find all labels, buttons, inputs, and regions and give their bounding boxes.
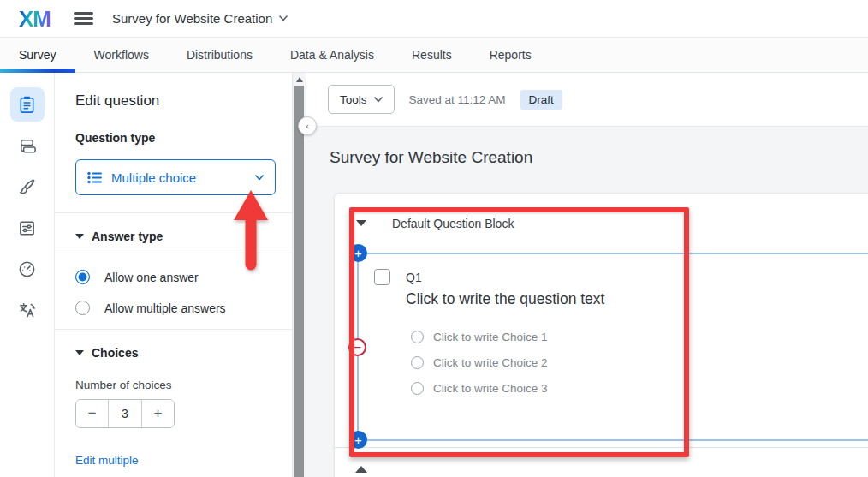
block-top-line bbox=[358, 253, 868, 254]
question-checkbox[interactable] bbox=[374, 269, 390, 285]
draft-status-badge: Draft bbox=[520, 90, 562, 110]
question-type-value: Multiple choice bbox=[111, 170, 196, 185]
question-type-dropdown[interactable]: Multiple choice bbox=[75, 159, 276, 195]
rail-quotas[interactable] bbox=[10, 252, 45, 286]
tab-workflows[interactable]: Workflows bbox=[75, 38, 168, 72]
collapse-triangle-icon bbox=[75, 234, 84, 239]
add-question-below-button[interactable]: + bbox=[349, 431, 367, 449]
rail-translations[interactable] bbox=[10, 293, 45, 327]
tab-distributions[interactable]: Distributions bbox=[168, 38, 271, 72]
main-region: Tools Saved at 11:12 AM Draft Survey for… bbox=[306, 73, 868, 477]
multiple-choice-icon bbox=[87, 171, 102, 184]
tools-dropdown-button[interactable]: Tools bbox=[328, 85, 395, 114]
collapse-triangle-icon bbox=[75, 350, 84, 355]
tab-results[interactable]: Results bbox=[393, 38, 471, 72]
paintbrush-icon bbox=[17, 177, 37, 197]
remove-question-button[interactable]: − bbox=[348, 338, 366, 356]
radio-label: Allow one answer bbox=[104, 271, 199, 284]
body: Edit question Question type Multiple cho… bbox=[0, 73, 868, 477]
translate-icon bbox=[17, 301, 37, 320]
block-end-divider bbox=[335, 447, 868, 448]
question-text[interactable]: Click to write the question text bbox=[406, 290, 604, 308]
hamburger-menu-icon[interactable] bbox=[74, 12, 93, 25]
gauge-icon bbox=[17, 259, 37, 279]
survey-title-text: Survey for Website Creation bbox=[112, 11, 272, 26]
radio-allow-multiple-answers[interactable]: Allow multiple answers bbox=[75, 301, 276, 315]
radio-unselected-icon bbox=[411, 356, 424, 369]
main-nav-tabs: Survey Workflows Distributions Data & An… bbox=[0, 37, 868, 73]
scrollbar-thumb[interactable] bbox=[294, 86, 304, 477]
chevron-down-icon bbox=[255, 175, 264, 181]
clipboard-icon bbox=[17, 95, 37, 115]
edit-question-panel: Edit question Question type Multiple cho… bbox=[55, 73, 292, 477]
settings-sliders-icon bbox=[17, 218, 37, 238]
canvas-toolbar: Tools Saved at 11:12 AM Draft bbox=[306, 73, 868, 127]
choices-count-value[interactable]: 3 bbox=[108, 400, 142, 427]
rail-survey-options[interactable] bbox=[10, 211, 45, 245]
choice-label: Click to write Choice 3 bbox=[433, 382, 548, 395]
number-of-choices-label: Number of choices bbox=[75, 379, 276, 391]
radio-allow-one-answer[interactable]: Allow one answer bbox=[75, 270, 276, 284]
survey-title-menu[interactable]: Survey for Website Creation bbox=[112, 11, 288, 26]
tab-reports[interactable]: Reports bbox=[471, 38, 550, 72]
rail-look-and-feel[interactable] bbox=[10, 170, 45, 204]
choice-label: Click to write Choice 2 bbox=[433, 356, 548, 369]
question-block-card: Default Question Block + − + Q1 Click to… bbox=[334, 193, 868, 477]
answer-type-header[interactable]: Answer type bbox=[75, 230, 276, 243]
rail-survey-builder[interactable] bbox=[10, 87, 45, 122]
block-title[interactable]: Default Question Block bbox=[392, 217, 514, 230]
block-collapse-triangle-icon[interactable] bbox=[356, 220, 366, 226]
increase-choices-button[interactable]: + bbox=[142, 400, 174, 427]
radio-unselected-icon bbox=[411, 382, 424, 395]
choice-label: Click to write Choice 1 bbox=[433, 331, 548, 343]
rail-survey-flow[interactable] bbox=[10, 128, 45, 163]
choice-row-2[interactable]: Click to write Choice 2 bbox=[411, 356, 548, 369]
choice-row-3[interactable]: Click to write Choice 3 bbox=[411, 382, 548, 395]
next-block-collapse-triangle-icon[interactable] bbox=[355, 466, 367, 473]
collapse-panel-button[interactable]: ‹ bbox=[298, 116, 317, 135]
radio-unselected-icon bbox=[75, 301, 90, 315]
top-bar: XM Survey for Website Creation bbox=[0, 0, 868, 37]
answer-type-label: Answer type bbox=[92, 230, 163, 243]
survey-page-title: Survey for Website Creation bbox=[330, 148, 532, 167]
tab-data-analysis[interactable]: Data & Analysis bbox=[271, 38, 393, 72]
survey-canvas: Survey for Website Creation Default Ques… bbox=[306, 127, 868, 477]
edit-multiple-link[interactable]: Edit multiple bbox=[75, 454, 139, 467]
tab-survey[interactable]: Survey bbox=[0, 38, 75, 72]
divider bbox=[55, 212, 292, 213]
left-icon-rail bbox=[0, 73, 55, 477]
question-id: Q1 bbox=[406, 271, 422, 284]
panel-title: Edit question bbox=[75, 92, 276, 110]
number-of-choices-stepper: − 3 + bbox=[75, 399, 175, 428]
decrease-choices-button[interactable]: − bbox=[76, 400, 108, 427]
divider bbox=[55, 253, 292, 253]
scroll-up-arrow-icon[interactable] bbox=[296, 77, 303, 82]
flow-blocks-icon bbox=[17, 136, 37, 156]
question-type-label: Question type bbox=[75, 131, 276, 145]
radio-label: Allow multiple answers bbox=[104, 301, 226, 315]
radio-unselected-icon bbox=[411, 331, 424, 343]
saved-status: Saved at 11:12 AM bbox=[409, 93, 506, 106]
chevron-down-icon bbox=[374, 97, 383, 103]
chevron-down-icon bbox=[279, 15, 288, 21]
block-bottom-line bbox=[358, 439, 868, 441]
choices-label: Choices bbox=[92, 346, 138, 360]
radio-selected-icon bbox=[75, 270, 90, 284]
add-question-above-button[interactable]: + bbox=[349, 244, 367, 262]
choice-row-1[interactable]: Click to write Choice 1 bbox=[411, 331, 548, 343]
divider bbox=[55, 329, 292, 330]
xm-logo: XM bbox=[19, 8, 51, 30]
qualtrics-app: XM Survey for Website Creation Survey Wo… bbox=[0, 0, 868, 477]
tools-label: Tools bbox=[340, 93, 367, 106]
choices-header[interactable]: Choices bbox=[75, 346, 276, 360]
